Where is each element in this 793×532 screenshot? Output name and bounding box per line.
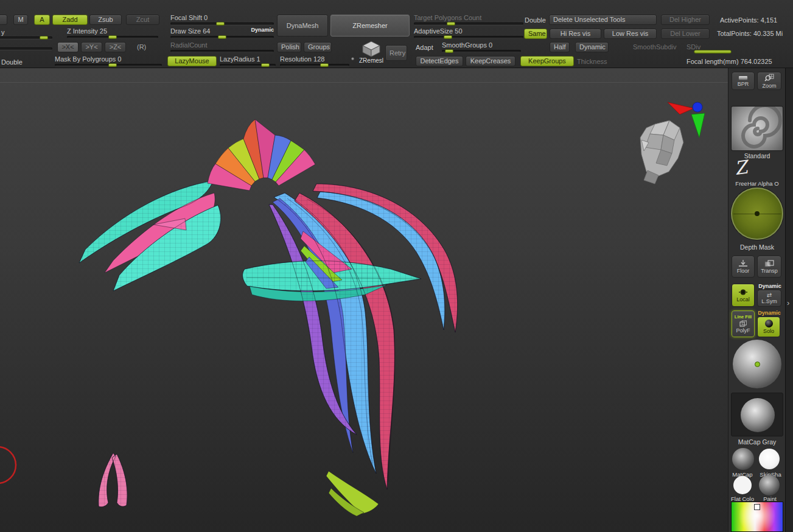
z-intensity-slider[interactable]: Z Intensity 25 xyxy=(67,27,158,38)
resolution-slider[interactable]: Resolution 128 xyxy=(280,55,349,66)
slider-handle[interactable] xyxy=(216,22,225,26)
zremesher-tool-tile[interactable]: ZRemesl xyxy=(358,40,385,64)
lsym-arrows-icon: ⇄ xyxy=(767,293,772,298)
smooth-groups-label: SmoothGroups 0 xyxy=(442,41,521,49)
zsub-button[interactable]: Zsub xyxy=(89,15,122,25)
zbrush-app: M A Zadd Zsub Zcut Focal Shift 0 DynaMes… xyxy=(0,0,793,532)
delete-unselected-button[interactable]: Delete Unselected Tools xyxy=(549,15,657,25)
bpr-button[interactable]: BPR xyxy=(732,72,755,90)
slider-track xyxy=(442,50,521,52)
adaptive-size-label: AdaptiveSize 50 xyxy=(414,27,523,35)
bpr-icon xyxy=(738,75,748,80)
same-button[interactable]: Same xyxy=(524,29,547,39)
zoom-button[interactable]: Zoom xyxy=(757,72,781,90)
dynamic-button[interactable]: Dynamic xyxy=(575,42,609,52)
mrgb-button[interactable]: M xyxy=(13,15,28,25)
focal-shift-label: Focal Shift 0 xyxy=(170,14,274,21)
slider-handle[interactable] xyxy=(261,63,270,67)
half-button[interactable]: Half xyxy=(550,42,570,52)
slider-handle[interactable] xyxy=(40,36,48,40)
slider-track xyxy=(414,36,523,38)
slider-handle[interactable] xyxy=(447,22,455,26)
hi-res-vis-button[interactable]: Hi Res vis xyxy=(550,29,601,39)
rgb-button[interactable]: A xyxy=(34,15,50,25)
draw-size-dynamic-tag: Dynamic xyxy=(242,27,274,33)
lazymouse-button[interactable]: LazyMouse xyxy=(167,56,217,66)
groups-button[interactable]: Groups xyxy=(304,42,332,52)
zoom-magnifier-icon xyxy=(764,74,774,82)
dynamesh-button[interactable]: DynaMesh xyxy=(277,15,328,37)
polish-button[interactable]: Polish xyxy=(277,42,301,52)
total-points-stat: TotalPoints: 40.335 Mi xyxy=(717,30,783,37)
panel-edge-strip: › xyxy=(785,68,793,532)
resolution-expand-dot[interactable] xyxy=(351,57,354,60)
del-lower-button: Del Lower xyxy=(661,29,710,39)
retry-button[interactable]: Retry xyxy=(385,45,407,61)
smooth-groups-slider[interactable]: SmoothGroups 0 xyxy=(442,41,521,52)
focal-shift-slider[interactable]: Focal Shift 0 xyxy=(170,14,274,25)
local-button[interactable]: Local xyxy=(732,284,755,307)
local-label: Local xyxy=(736,296,750,303)
lsym-button[interactable]: ⇄ L.Sym xyxy=(757,290,781,307)
paint-sphere[interactable] xyxy=(759,475,780,495)
keep-creases-button[interactable]: KeepCreases xyxy=(466,56,515,66)
viewport-canvas[interactable] xyxy=(0,68,728,532)
slider-handle[interactable] xyxy=(320,63,329,67)
slider-handle[interactable] xyxy=(108,63,117,67)
radial-r-label[interactable]: (R) xyxy=(137,43,146,51)
keep-groups-button[interactable]: KeepGroups xyxy=(520,56,574,66)
focal-length-stat[interactable]: Focal length(mm) 764.02325 xyxy=(686,58,772,65)
slider-handle[interactable] xyxy=(108,35,117,39)
adaptive-size-slider[interactable]: AdaptiveSize 50 xyxy=(414,27,523,38)
partial-slider-track[interactable] xyxy=(0,47,52,50)
texture-depth-mask-tile[interactable] xyxy=(731,187,783,240)
color-swatch[interactable] xyxy=(754,504,760,510)
persp-dynamic-label: Dynamic xyxy=(755,283,784,289)
sdiv-slider-bar[interactable] xyxy=(694,50,732,54)
partial-slider-track[interactable] xyxy=(0,37,52,39)
detect-edges-button[interactable]: DetectEdges xyxy=(416,56,463,66)
panel-collapse-arrow[interactable]: › xyxy=(787,298,789,307)
skinshade-sphere[interactable] xyxy=(759,449,780,469)
flat-color-sphere[interactable] xyxy=(733,476,752,494)
double-label: Double xyxy=(525,16,546,24)
transp-button[interactable]: Transp xyxy=(757,256,781,278)
mirror-y-button[interactable]: >Y< xyxy=(81,42,102,52)
bpr-label: BPR xyxy=(738,81,749,87)
mirror-x-button[interactable]: >X< xyxy=(57,42,79,52)
partial-button[interactable] xyxy=(0,15,7,25)
matcap-gray-sphere xyxy=(741,398,775,432)
floor-grid-icon xyxy=(738,259,749,267)
stroke-freehand-icon[interactable]: Z xyxy=(733,156,749,180)
slider-handle[interactable] xyxy=(444,35,452,39)
transp-icon xyxy=(764,260,774,267)
polyframe-button[interactable]: Line Fill PolyF xyxy=(732,310,755,337)
mask-by-polygroups-slider[interactable]: Mask By Polygroups 0 xyxy=(55,55,162,66)
radial-count-slider[interactable]: RadialCount xyxy=(170,41,274,52)
solo-button[interactable]: Solo xyxy=(757,317,780,337)
slider-track xyxy=(170,36,274,38)
slider-handle[interactable] xyxy=(445,49,453,53)
resolution-label: Resolution 128 xyxy=(280,55,349,63)
radial-count-label: RadialCount xyxy=(170,41,274,49)
target-polygons-label: Target Polygons Count xyxy=(414,14,523,21)
slider-track xyxy=(170,50,274,52)
mirror-z-button[interactable]: >Z< xyxy=(105,42,126,52)
zadd-button[interactable]: Zadd xyxy=(52,15,88,25)
lazyradius-slider[interactable]: LazyRadius 1 xyxy=(220,55,276,66)
current-brush-tile[interactable] xyxy=(731,106,783,151)
matcap-gray-tile[interactable] xyxy=(731,393,783,436)
floor-button[interactable]: Floor xyxy=(732,256,755,278)
slider-track xyxy=(414,23,523,25)
matcap-sphere[interactable] xyxy=(732,448,754,470)
adapt-label[interactable]: Adapt xyxy=(416,44,433,51)
zremesher-button[interactable]: ZRemesher xyxy=(330,15,410,37)
color-picker[interactable] xyxy=(731,502,783,532)
target-polygons-slider[interactable]: Target Polygons Count xyxy=(414,14,523,25)
low-res-vis-button[interactable]: Low Res vis xyxy=(604,29,657,39)
slider-handle[interactable] xyxy=(218,35,226,39)
stroke-alpha-label: FreeHar Alpha O xyxy=(728,180,786,187)
current-material-sphere[interactable] xyxy=(733,340,781,388)
double-partial-label[interactable]: Double xyxy=(1,58,23,66)
smooth-subdiv-label: SmoothSubdiv xyxy=(633,43,677,51)
